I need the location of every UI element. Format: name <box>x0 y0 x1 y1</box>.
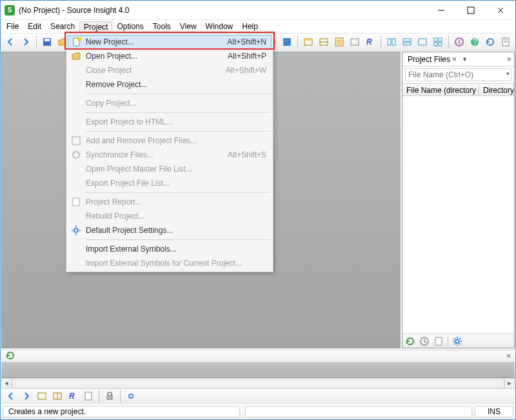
menu-item-label: New Project... <box>86 37 134 46</box>
menu-options[interactable]: Options <box>112 21 148 32</box>
svg-rect-50 <box>85 392 92 400</box>
menu-project[interactable]: Project <box>79 21 112 32</box>
menu-search[interactable]: Search <box>46 21 79 32</box>
toolbar-icon[interactable]: R <box>363 35 377 49</box>
svg-text:R: R <box>366 37 372 46</box>
toolbar-icon[interactable] <box>50 389 64 403</box>
menu-file[interactable]: File <box>2 21 23 32</box>
menu-item-label: Import External Symbols... <box>86 245 177 254</box>
svg-line-44 <box>454 343 455 345</box>
menu-edit[interactable]: Edit <box>23 21 46 32</box>
menu-item-rebuild-project: Rebuild Project... <box>68 209 272 223</box>
svg-rect-26 <box>434 43 437 46</box>
clock-icon[interactable] <box>419 336 430 346</box>
toolbar-icon[interactable] <box>400 35 414 49</box>
maximize-button[interactable] <box>456 1 486 20</box>
panel-tab-close-icon[interactable]: × <box>452 55 457 64</box>
refresh-icon[interactable] <box>405 336 415 346</box>
menu-item-open-project[interactable]: Open Project...Alt+Shift+P <box>68 49 272 63</box>
dock-scrollbar[interactable]: ◄ ► <box>1 378 515 388</box>
bottom-dock: × ◄ ► <box>1 350 515 388</box>
menu-item-import-external-symbols[interactable]: Import External Symbols... <box>68 242 272 256</box>
menu-item-copy-project: Copy Project... <box>68 96 272 110</box>
menu-item-label: Default Project Settings... <box>86 226 173 235</box>
toolbar-icon[interactable] <box>280 35 294 49</box>
forward-button[interactable] <box>19 35 33 49</box>
filter-row: ▾ <box>402 66 514 83</box>
file-list-body <box>402 96 514 334</box>
svg-rect-10 <box>283 38 291 46</box>
menu-tools[interactable]: Tools <box>148 21 175 32</box>
menu-item-label: Export Project to HTML... <box>86 117 173 126</box>
toolbar-icon[interactable] <box>81 389 95 403</box>
svg-line-45 <box>460 338 461 339</box>
scroll-track[interactable] <box>12 378 504 388</box>
menu-window[interactable]: Window <box>201 21 238 32</box>
panel-toolbar <box>402 334 514 348</box>
toolbar-icon[interactable] <box>415 35 430 49</box>
toolbar-separator <box>297 35 298 48</box>
toolbar-icon[interactable] <box>431 35 445 49</box>
report-icon <box>70 196 82 208</box>
toolbar-icon[interactable] <box>499 35 513 49</box>
svg-point-37 <box>455 339 459 343</box>
sync-icon <box>70 149 82 161</box>
menu-view[interactable]: View <box>175 21 201 32</box>
column-directory[interactable]: Directory <box>479 84 514 95</box>
scroll-right-icon[interactable]: ► <box>504 378 515 388</box>
status-bar: Creates a new project. INS <box>1 405 515 419</box>
menu-item-label: Add and Remove Project Files... <box>86 136 197 145</box>
minimize-button[interactable] <box>426 1 456 20</box>
toolbar-icon[interactable] <box>384 35 399 49</box>
gear-icon[interactable] <box>124 389 138 403</box>
menu-separator <box>86 131 270 132</box>
svg-line-43 <box>460 343 461 345</box>
svg-rect-22 <box>403 43 411 45</box>
panel-close-icon[interactable]: × <box>507 55 511 64</box>
svg-rect-19 <box>388 39 391 45</box>
dock-tab-bar: × <box>1 350 515 363</box>
back-button[interactable] <box>4 389 18 403</box>
svg-rect-25 <box>439 38 442 41</box>
svg-rect-20 <box>392 39 395 45</box>
save-button[interactable] <box>40 35 54 49</box>
gear-icon[interactable] <box>452 336 462 346</box>
lock-icon[interactable] <box>103 389 117 403</box>
panel-tab-label: Project Files <box>408 55 450 64</box>
document-icon[interactable] <box>433 336 444 346</box>
secondary-toolbar: R <box>1 388 515 404</box>
back-button[interactable] <box>3 35 17 49</box>
menu-item-new-project[interactable]: New Project...Alt+Shift+N <box>68 35 272 49</box>
forward-button[interactable] <box>19 389 34 403</box>
menu-item-export-project-file-list: Export Project File List... <box>68 176 272 190</box>
menu-item-default-project-settings[interactable]: Default Project Settings... <box>68 223 272 237</box>
panel-tab-bar: Project Files × ▼ × <box>402 52 514 66</box>
menu-help[interactable]: Help <box>237 21 263 32</box>
dock-close-icon[interactable]: × <box>506 352 511 361</box>
svg-rect-24 <box>434 38 437 41</box>
status-hint: Creates a new project. <box>3 406 240 417</box>
menu-separator <box>86 94 270 94</box>
toolbar-icon[interactable] <box>348 35 362 49</box>
toolbar-separator <box>448 35 449 48</box>
toolbar-icon[interactable]: ? <box>468 35 482 49</box>
toolbar-icon[interactable] <box>452 35 466 49</box>
close-button[interactable] <box>486 1 515 20</box>
toolbar-icon[interactable] <box>332 35 346 49</box>
panel-tab-project-files[interactable]: Project Files × <box>405 54 459 65</box>
menu-item-shortcut: Alt+Shift+N <box>227 37 266 46</box>
toolbar-icon[interactable]: R <box>66 389 80 403</box>
menu-item-remove-project[interactable]: Remove Project... <box>68 77 272 92</box>
status-blank <box>245 406 472 417</box>
toolbar-icon[interactable] <box>301 35 315 49</box>
menu-item-label: Export Project File List... <box>86 179 170 188</box>
filter-dropdown-icon[interactable]: ▾ <box>506 70 510 77</box>
panel-tab-dropdown-icon[interactable]: ▼ <box>462 56 468 63</box>
toolbar-icon[interactable] <box>35 389 49 403</box>
reload-icon[interactable] <box>5 350 15 363</box>
file-name-filter-input[interactable] <box>405 68 511 81</box>
column-file-name[interactable]: File Name (directory order) <box>402 84 479 95</box>
toolbar-icon[interactable] <box>317 35 331 49</box>
scroll-left-icon[interactable]: ◄ <box>1 378 12 388</box>
toolbar-icon[interactable] <box>483 35 497 49</box>
